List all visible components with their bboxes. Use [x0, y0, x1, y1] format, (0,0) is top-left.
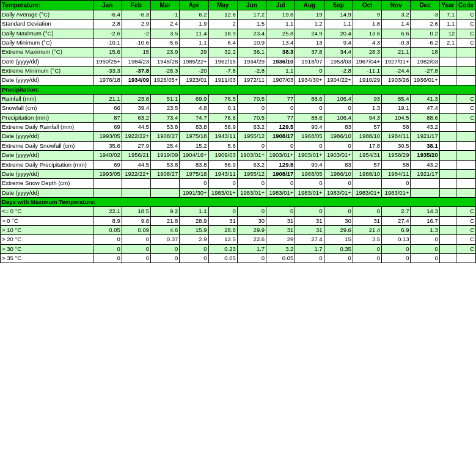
cell: -2.8: [324, 67, 353, 76]
cell: 0.1: [208, 104, 237, 113]
row-label: Extreme Daily Precipitation (mm): [1, 160, 93, 169]
cell: -1: [151, 10, 180, 20]
cell: 19.6: [266, 10, 295, 20]
cell: 1922/22+: [122, 169, 150, 178]
cell: [439, 179, 456, 188]
cell: 0: [93, 244, 122, 253]
cell: 23.8: [122, 95, 150, 104]
cell: C: [456, 207, 476, 216]
cell: [411, 188, 439, 197]
cell: [439, 188, 456, 197]
cell: 1945/28: [151, 57, 180, 66]
cell: [439, 132, 456, 141]
temperature-header: Temperature:: [1, 1, 93, 10]
cell: 1953/03: [324, 57, 353, 66]
climate-table: Temperature: Jan Feb Mar Apr May Jun Jul…: [0, 0, 476, 263]
cell: 87: [93, 113, 122, 122]
jul-header: Jul: [266, 1, 295, 10]
cell: 6.6: [382, 29, 411, 38]
cell: [439, 113, 456, 122]
cell: 106.4: [324, 113, 353, 122]
cell: 4.6: [151, 225, 180, 234]
cell: 90.4: [295, 160, 324, 169]
cell: 0: [382, 253, 411, 263]
cell: 1909/03: [208, 151, 237, 160]
cell: 1984/11: [382, 132, 411, 141]
nov-header: Nov: [382, 1, 411, 10]
table-row: > 35 °C00000.0500.0500000: [1, 253, 476, 263]
cell: [439, 76, 456, 85]
cell: 8.9: [93, 216, 122, 225]
cell: 0: [324, 104, 353, 113]
cell: 0.13: [382, 235, 411, 244]
cell: 0: [324, 253, 353, 263]
table-row: Standard Deviation2.82.92.41.921.51.11.2…: [1, 20, 476, 29]
cell: 0: [208, 207, 237, 216]
cell: 76.5: [208, 95, 237, 104]
cell: 44.5: [122, 160, 150, 169]
cell: 1983/01+: [237, 188, 266, 197]
cell: C: [456, 95, 476, 104]
cell: 0: [151, 244, 180, 253]
cell: 1934/29: [237, 57, 266, 66]
cell: 57: [353, 123, 381, 132]
cell: 43.2: [411, 160, 439, 169]
cell: 0.05: [208, 253, 237, 263]
cell: -0.3: [382, 38, 411, 48]
cell: 1923/01: [180, 76, 208, 85]
table-row: Precipitation (mm)8763.273.474.776.670.5…: [1, 113, 476, 122]
cell: 31: [295, 216, 324, 225]
cell: 63.2: [122, 113, 150, 122]
cell: 83: [324, 160, 353, 169]
cell: 9.4: [324, 38, 353, 48]
row-label: Extreme Daily Snowfall (cm): [1, 141, 93, 150]
cell: 3.2: [266, 244, 295, 253]
cell: 17.8: [353, 141, 381, 150]
cell: 12.6: [208, 10, 237, 20]
cell: 1958/29: [382, 151, 411, 160]
cell: 1955/12: [237, 132, 266, 141]
cell: 27.9: [122, 141, 150, 150]
cell: 1991/30+: [180, 188, 208, 197]
cell: -6.2: [411, 38, 439, 48]
cell: -10.6: [122, 38, 150, 48]
cell: C: [456, 216, 476, 225]
cell: 0: [295, 141, 324, 150]
cell: 15.6: [93, 48, 122, 57]
cell: 19.1: [382, 104, 411, 113]
row-label: Extreme Daily Rainfall (mm): [1, 123, 93, 132]
cell: 1940/02: [93, 151, 122, 160]
cell: 1984/23: [122, 57, 150, 66]
cell: 1983/01+: [295, 188, 324, 197]
cell: 30.5: [382, 141, 411, 150]
cell: [456, 179, 476, 188]
cell: 1983/01+: [353, 188, 381, 197]
cell: 30: [324, 216, 353, 225]
cell: [411, 179, 439, 188]
table-row: Date (yyyy/dd)1940/021956/211919/091904/…: [1, 151, 476, 160]
table-row: Daily Maximum (°C)-2.6-23.511.418.923.42…: [1, 29, 476, 38]
cell: 1921/17: [411, 169, 439, 178]
table-row: Extreme Maximum (°C)15.61523.92932.236.1…: [1, 48, 476, 57]
cell: 56.9: [208, 160, 237, 169]
cell: 39.4: [122, 104, 150, 113]
row-label: Date (yyyy/dd): [1, 76, 93, 85]
cell: 88.6: [295, 95, 324, 104]
cell: 0: [266, 141, 295, 150]
cell: 31: [295, 225, 324, 234]
cell: 63.2: [237, 123, 266, 132]
cell: 0: [266, 207, 295, 216]
cell: 1907/03: [266, 76, 295, 85]
cell: 1954/31: [353, 151, 381, 160]
cell: 2.9: [122, 20, 150, 29]
table-row: Date (yyyy/dd)1993/051922/22+1908/271975…: [1, 169, 476, 178]
cell: 58: [382, 160, 411, 169]
cell: 43.2: [411, 123, 439, 132]
cell: [456, 188, 476, 197]
cell: 94.3: [353, 113, 381, 122]
cell: 90.4: [295, 123, 324, 132]
cell: 17.2: [237, 10, 266, 20]
cell: 0: [122, 235, 150, 244]
cell: [456, 48, 476, 57]
cell: 12: [439, 29, 456, 38]
